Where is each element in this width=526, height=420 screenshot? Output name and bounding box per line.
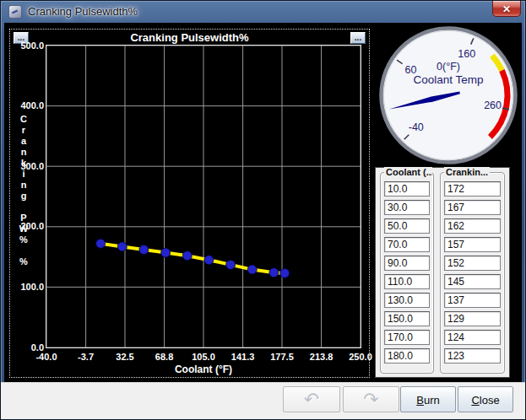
y-axis-label: C r a n k i n g P W % % <box>17 114 30 267</box>
coolant-bin-input[interactable] <box>384 293 430 308</box>
dialog-client-area: ... Cranking Pulsewidth% ... C r a n k i… <box>4 23 522 415</box>
data-point[interactable] <box>280 268 290 277</box>
coolant-bin-input[interactable] <box>384 330 430 345</box>
chart-title: Cranking Pulsewidth% <box>10 31 369 44</box>
cranking-column-label: Crankin... <box>444 167 490 177</box>
svg-text:Coolant Temp: Coolant Temp <box>413 73 483 86</box>
x-tick-label: 105.0 <box>184 352 223 362</box>
cranking-bin-input[interactable] <box>444 218 501 234</box>
cranking-bin-input[interactable] <box>444 348 501 363</box>
coolant-temp-gauge: -40601602600(°F)Coolant Temp <box>378 25 518 165</box>
cranking-bin-input[interactable] <box>444 311 501 326</box>
bins-table-panel: Coolant (... Crankin... <box>375 167 510 378</box>
plot-area[interactable] <box>46 46 361 347</box>
x-tick-label: 32.5 <box>106 352 144 362</box>
footer-bar: ↶ ↷ Burn Close <box>1 382 525 419</box>
coolant-bins-fields <box>381 180 433 371</box>
data-point[interactable] <box>247 265 257 274</box>
cranking-bin-input[interactable] <box>444 293 501 308</box>
coolant-bin-input[interactable] <box>384 181 430 197</box>
dialog-window: Cranking Pulsewidth% ✕ ... Cranking Puls… <box>0 0 526 420</box>
window-close-button[interactable]: ✕ <box>492 1 521 17</box>
data-point[interactable] <box>139 245 149 255</box>
y-tick-label: 200.0 <box>12 221 44 232</box>
coolant-bin-input[interactable] <box>384 256 430 271</box>
svg-text:-40: -40 <box>409 121 424 133</box>
coolant-column-label: Coolant (... <box>384 167 432 177</box>
coolant-bin-input[interactable] <box>384 311 430 326</box>
coolant-bin-input[interactable] <box>384 274 430 289</box>
coolant-bin-input[interactable] <box>384 218 430 234</box>
x-axis-label: Coolant (°F) <box>46 363 361 375</box>
window-title: Cranking Pulsewidth% <box>28 5 138 18</box>
x-tick-label: 213.8 <box>302 352 341 362</box>
data-point[interactable] <box>182 251 192 261</box>
data-point[interactable] <box>226 260 236 269</box>
data-point[interactable] <box>117 242 127 251</box>
y-tick-label: 300.0 <box>12 161 44 172</box>
svg-text:0(°F): 0(°F) <box>437 61 460 73</box>
coolant-bins-groupbox: Coolant (... <box>380 172 434 374</box>
coolant-bin-input[interactable] <box>384 200 430 215</box>
data-point[interactable] <box>161 248 171 257</box>
coolant-bin-input[interactable] <box>384 237 430 252</box>
data-point[interactable] <box>96 239 106 248</box>
close-button[interactable]: Close <box>458 386 513 412</box>
cranking-bins-groupbox: Crankin... <box>440 172 505 374</box>
x-tick-label: 68.8 <box>145 352 184 362</box>
burn-button-label: Burn <box>406 388 450 412</box>
app-icon <box>8 5 22 19</box>
chart-panel: ... Cranking Pulsewidth% ... C r a n k i… <box>9 29 370 378</box>
x-tick-label: 141.3 <box>224 352 263 362</box>
y-tick-label: 400.0 <box>12 100 44 111</box>
cranking-bin-input[interactable] <box>444 181 501 197</box>
y-tick-label: 500.0 <box>12 40 44 51</box>
cranking-bin-input[interactable] <box>444 237 501 252</box>
redo-icon: ↷ <box>349 388 393 412</box>
burn-button[interactable]: Burn <box>400 386 456 412</box>
y-tick-label: 100.0 <box>12 282 44 293</box>
cranking-bin-input[interactable] <box>444 330 501 345</box>
chart-options-right-button[interactable]: ... <box>350 32 366 44</box>
x-tick-label: 177.5 <box>263 352 301 362</box>
close-icon: ✕ <box>502 3 511 15</box>
svg-text:260: 260 <box>484 100 502 111</box>
cranking-bin-input[interactable] <box>444 256 501 271</box>
x-tick-label: -40.0 <box>27 352 66 362</box>
data-point[interactable] <box>204 256 214 265</box>
svg-text:160: 160 <box>458 48 475 60</box>
redo-button[interactable]: ↷ <box>343 386 399 412</box>
close-button-label: Close <box>464 388 507 412</box>
cranking-bin-input[interactable] <box>444 200 501 215</box>
cranking-bins-fields <box>441 180 504 371</box>
cranking-bin-input[interactable] <box>444 274 501 289</box>
title-bar: Cranking Pulsewidth% ✕ <box>1 1 525 23</box>
undo-button[interactable]: ↶ <box>283 386 340 412</box>
coolant-bin-input[interactable] <box>384 348 430 363</box>
data-point[interactable] <box>269 268 279 277</box>
undo-icon: ↶ <box>289 388 334 412</box>
x-tick-label: -3.7 <box>67 352 106 362</box>
